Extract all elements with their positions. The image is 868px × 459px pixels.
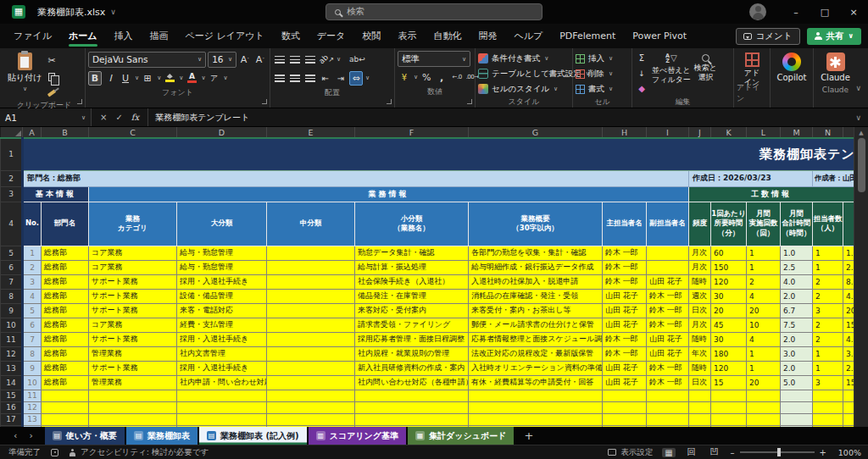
cell[interactable]: サポート業務 <box>89 274 177 289</box>
cell-styles-button[interactable]: セルのスタイル∨ <box>478 81 570 97</box>
column-letter-C[interactable]: C <box>89 127 177 138</box>
cell[interactable] <box>42 401 89 413</box>
column-letter-H[interactable]: H <box>603 127 647 138</box>
cell[interactable] <box>89 401 177 413</box>
row-header[interactable]: 6 <box>1 260 23 274</box>
menu-tab-0[interactable]: ファイル <box>5 24 60 48</box>
cell[interactable]: 総務部 <box>42 246 89 260</box>
cell[interactable]: 管理業務 <box>89 375 177 390</box>
cell[interactable]: 給与明細作成・銀行振込データ作成 <box>469 260 603 274</box>
fill-button[interactable]: ↓ <box>635 66 648 80</box>
cell[interactable]: 日次 <box>689 375 711 390</box>
cell[interactable]: 2 <box>23 260 42 274</box>
column-letter-G[interactable]: G <box>469 127 603 138</box>
cell[interactable]: 1.0 <box>843 246 854 260</box>
column-letter-A[interactable]: A <box>23 127 42 138</box>
find-select-button[interactable]: 検索と 選択 <box>694 51 717 96</box>
cell[interactable]: 1 <box>747 260 781 274</box>
cell[interactable]: 給与・勤怠管理 <box>177 260 267 274</box>
column-header[interactable]: 担当者数 （人） <box>813 202 843 246</box>
cell[interactable]: 管理業務 <box>89 346 177 361</box>
cell[interactable]: 山田 花子 <box>603 318 647 332</box>
column-header[interactable]: No. <box>23 202 42 246</box>
cell[interactable] <box>747 390 781 401</box>
cell[interactable]: 請求書受領・ファイリング <box>355 318 469 332</box>
cell[interactable]: コア業務 <box>89 260 177 274</box>
percent-format-button[interactable]: % <box>420 70 433 85</box>
alignment-dialog-launcher-icon[interactable] <box>387 99 392 104</box>
row-header[interactable]: 7 <box>1 274 23 289</box>
delete-cells-button[interactable]: 削除∨ <box>576 66 629 81</box>
cell[interactable] <box>89 413 177 425</box>
row-header[interactable]: 17 <box>1 413 23 425</box>
cell[interactable]: 給与・勤怠管理 <box>177 246 267 260</box>
page-break-view-icon[interactable]: 凹 <box>708 446 721 458</box>
clipboard-dialog-launcher-icon[interactable] <box>77 99 82 104</box>
menu-tab-3[interactable]: 描画 <box>142 24 177 48</box>
number-dialog-launcher-icon[interactable] <box>467 99 472 104</box>
comments-button[interactable]: コメント <box>736 28 800 45</box>
underline-button[interactable]: U <box>119 71 132 86</box>
cell[interactable]: 設備・備品管理 <box>177 289 267 303</box>
cell[interactable]: 来客・電話対応 <box>177 303 267 318</box>
cell[interactable]: 2.0 <box>781 361 813 375</box>
share-button[interactable]: 共有 ∨ <box>807 28 862 45</box>
cell[interactable]: 1 <box>813 361 843 375</box>
cell[interactable] <box>647 401 689 413</box>
display-settings-button[interactable]: 表示設定 <box>608 447 653 458</box>
decrease-indent-button[interactable]: ⇤ <box>319 71 332 86</box>
row-header[interactable]: 4 <box>1 202 23 246</box>
cell[interactable]: 10 <box>23 375 42 390</box>
group-header[interactable]: 業務情報 <box>89 186 689 202</box>
phonetic-guide-button[interactable]: ア <box>208 71 221 86</box>
column-letter-I[interactable]: I <box>647 127 689 138</box>
cell[interactable]: 社内申請・問い合わせ対応 <box>177 375 267 390</box>
cell[interactable]: 山田 花子 <box>603 361 647 375</box>
enter-entry-icon[interactable]: ✓ <box>115 113 122 122</box>
copy-button[interactable] <box>45 69 58 84</box>
cell[interactable]: 鈴木 一郎 <box>647 375 689 390</box>
cell[interactable] <box>603 413 647 425</box>
author-cell[interactable]: 作成者：山田 <box>813 170 854 186</box>
cell[interactable]: 150 <box>711 260 747 274</box>
page-layout-view-icon[interactable]: 回 <box>685 446 698 458</box>
cell[interactable]: 備品発注・在庫管理 <box>355 289 469 303</box>
fill-color-button[interactable] <box>163 71 176 86</box>
cell[interactable]: 6.7 <box>781 303 813 318</box>
collapse-ribbon-icon[interactable]: ∨ <box>855 84 861 92</box>
cell[interactable] <box>267 274 355 289</box>
cell[interactable] <box>689 401 711 413</box>
menu-tab-13[interactable]: Power Pivot <box>624 24 695 48</box>
cell[interactable] <box>42 390 89 401</box>
cell[interactable]: 各部門の勤怠を収集・集計・確認 <box>469 246 603 260</box>
cell[interactable] <box>89 390 177 401</box>
cell[interactable] <box>267 289 355 303</box>
cell[interactable] <box>647 246 689 260</box>
cell[interactable]: サポート業務 <box>89 361 177 375</box>
format-as-table-button[interactable]: テーブルとして書式設定∨ <box>478 66 570 81</box>
cell[interactable]: 1.0 <box>781 246 813 260</box>
cell[interactable]: 1 <box>813 346 843 361</box>
cell[interactable]: 2.5 <box>781 260 813 274</box>
cell[interactable]: 山田 花子 <box>647 332 689 346</box>
cell[interactable]: 年次 <box>689 346 711 361</box>
zoom-in-icon[interactable]: + <box>820 448 826 457</box>
cut-button[interactable]: ✂ <box>45 53 58 68</box>
row-header[interactable]: 9 <box>1 303 23 318</box>
cell[interactable] <box>689 390 711 401</box>
cell[interactable]: 随時 <box>689 274 711 289</box>
row-header[interactable]: 16 <box>1 401 23 413</box>
row-header[interactable]: 2 <box>1 170 23 186</box>
add-sheet-button[interactable]: + <box>514 427 543 445</box>
column-letter-clipped[interactable] <box>843 127 854 138</box>
cell[interactable]: 2 <box>747 274 781 289</box>
cell[interactable]: 鈴木 一郎 <box>647 318 689 332</box>
column-header[interactable]: 部門名 <box>42 202 89 246</box>
cell[interactable] <box>267 260 355 274</box>
cell[interactable] <box>177 390 267 401</box>
clear-button[interactable]: ◆ <box>635 81 648 96</box>
cell[interactable] <box>647 260 689 274</box>
cell[interactable]: 6 <box>23 318 42 332</box>
sheet-tab-2[interactable]: ▤業務棚卸表 (記入例) <box>199 427 307 445</box>
cell[interactable]: サポート業務 <box>89 303 177 318</box>
